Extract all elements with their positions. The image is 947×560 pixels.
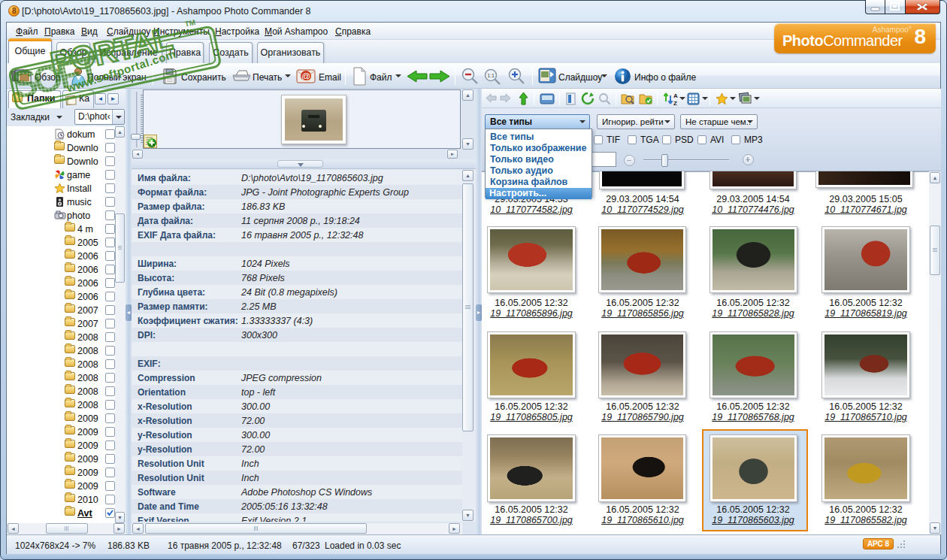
svg-text:1:1: 1:1 [487,73,495,78]
svg-text:@: @ [301,71,310,82]
svg-text:A: A [673,92,678,99]
svg-text:Z: Z [673,100,677,106]
